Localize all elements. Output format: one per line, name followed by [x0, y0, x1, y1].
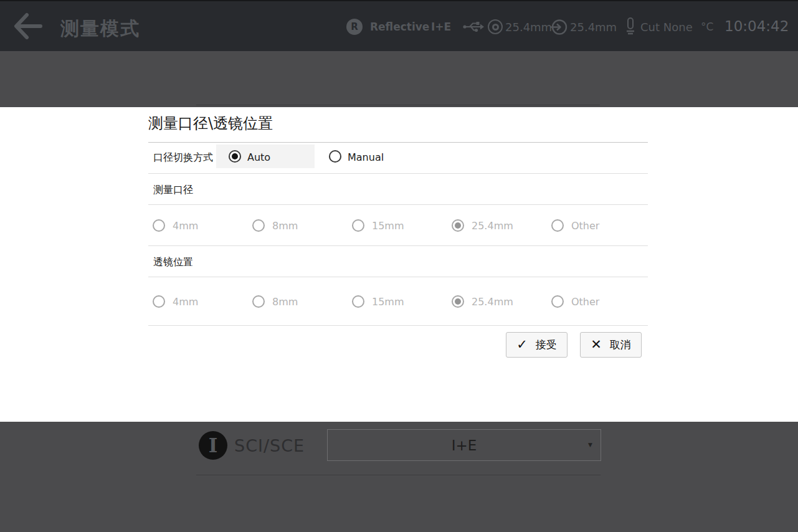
radio-aperture-other-label[interactable]: Other	[571, 220, 599, 232]
dimmed-background-bottom: I SCI/SCE I+E ▼	[0, 422, 798, 532]
lens-section-label: 透镜位置	[153, 256, 193, 269]
page-title: 测量模式	[60, 16, 140, 42]
aperture-lens-dialog: 测量口径\透镜位置 口径切换方式 Auto Manual 测量口径 4mm 8m…	[0, 107, 798, 422]
sci-sce-label: SCI/SCE	[234, 436, 305, 455]
sci-sce-icon: I	[199, 431, 227, 460]
uv-lamp-icon	[625, 17, 635, 39]
radio-manual[interactable]	[329, 150, 341, 163]
radio-lens-other-label[interactable]: Other	[571, 296, 599, 308]
status-mode: Reflective	[370, 21, 429, 33]
divider	[148, 142, 648, 143]
radio-aperture-15mm-label[interactable]: 15mm	[372, 220, 404, 232]
switch-mode-label: 口径切换方式	[153, 151, 213, 164]
radio-lens-8mm[interactable]	[252, 295, 265, 308]
status-temp-unit: °C	[701, 21, 713, 33]
dimmed-background-top	[0, 51, 798, 107]
status-uv-cut: Cut None	[640, 21, 693, 34]
radio-lens-25mm[interactable]	[452, 295, 464, 308]
divider	[148, 277, 648, 277]
divider	[148, 325, 648, 326]
status-lens: 25.4mm	[570, 21, 617, 34]
radio-aperture-8mm-label[interactable]: 8mm	[272, 220, 298, 232]
radio-aperture-25mm-label[interactable]: 25.4mm	[472, 220, 513, 232]
background-divider	[196, 105, 600, 105]
background-divider	[196, 475, 601, 475]
divider	[148, 204, 648, 205]
usb-icon	[462, 20, 485, 36]
radio-lens-8mm-label[interactable]: 8mm	[272, 296, 298, 308]
lens-position-icon	[551, 19, 568, 38]
divider	[148, 173, 648, 174]
screen: 测量模式 R Reflective I+E 25.4mm	[0, 0, 798, 532]
top-header-bar: 测量模式 R Reflective I+E 25.4mm	[0, 0, 798, 51]
radio-lens-4mm[interactable]	[153, 295, 165, 308]
sci-sce-dropdown[interactable]: I+E ▼	[327, 429, 601, 461]
radio-lens-15mm-label[interactable]: 15mm	[372, 296, 404, 308]
cancel-button[interactable]: ✕ 取消	[580, 332, 642, 358]
radio-lens-15mm[interactable]	[352, 295, 364, 308]
sci-sce-dropdown-value: I+E	[452, 437, 477, 454]
radio-aperture-other[interactable]	[551, 219, 564, 232]
chevron-down-icon: ▼	[588, 442, 592, 448]
radio-auto-label[interactable]: Auto	[247, 151, 270, 163]
aperture-icon	[488, 19, 503, 34]
accept-button-label: 接受	[536, 338, 557, 352]
radio-aperture-15mm[interactable]	[352, 219, 364, 232]
radio-lens-other[interactable]	[551, 295, 564, 308]
radio-auto[interactable]	[229, 150, 241, 163]
aperture-section-label: 测量口径	[153, 184, 193, 197]
cross-icon: ✕	[591, 338, 602, 351]
reflective-badge-icon: R	[346, 19, 363, 35]
radio-aperture-4mm[interactable]	[153, 219, 165, 232]
radio-lens-25mm-label[interactable]: 25.4mm	[472, 296, 513, 308]
check-icon: ✓	[516, 338, 528, 351]
radio-aperture-8mm[interactable]	[252, 219, 265, 232]
radio-aperture-4mm-label[interactable]: 4mm	[173, 220, 198, 232]
radio-manual-label[interactable]: Manual	[348, 151, 384, 163]
status-aperture: 25.4mm	[505, 21, 552, 34]
status-component: I+E	[431, 21, 451, 33]
accept-button[interactable]: ✓ 接受	[506, 332, 568, 358]
divider	[148, 245, 648, 246]
radio-lens-4mm-label[interactable]: 4mm	[173, 296, 198, 308]
radio-aperture-25mm[interactable]	[452, 219, 464, 232]
clock: 10:04:42	[724, 18, 789, 34]
back-arrow-icon[interactable]	[12, 11, 44, 44]
dialog-title: 测量口径\透镜位置	[148, 113, 273, 133]
cancel-button-label: 取消	[610, 338, 631, 352]
